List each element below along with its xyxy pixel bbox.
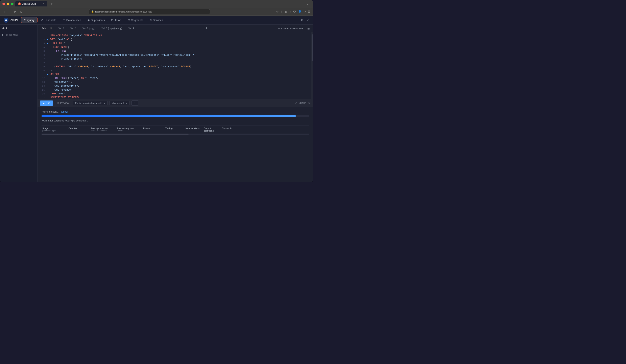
engine-chevron-icon: ⌄ [103,102,105,104]
close-results-button[interactable]: ✕ [308,101,311,105]
main-layout: druid ⌄ ▶ ⊞ ad_data Tab 1 ✕ [0,25,313,182]
add-query-tab-button[interactable]: + [204,25,209,31]
settings-button[interactable]: ⚙ [300,17,305,23]
tab-favicon: D [18,2,21,5]
home-button[interactable]: ⌂ [19,9,23,14]
results-table: Stage processorType Counter Rows process… [41,125,309,135]
download-icon[interactable]: ⬇ [281,10,283,13]
query-tab-3[interactable]: Tab 3 [67,26,79,31]
code-line-2: 2 ▶ WITH "ext" AS ( [38,38,313,41]
progress-bar-fill [41,115,296,117]
eye-icon: ◎ [57,102,59,105]
table-scrollbar-thumb[interactable] [41,134,189,135]
editor-area: Tab 1 ✕ Tab 2 Tab 3 Tab 3 (copy) Tab 3 (… [38,25,313,182]
address-bar[interactable]: 🔒 localhost:8888/unified-console.html#wo… [89,9,210,14]
more-options-button[interactable]: ••• [131,100,139,106]
sidebar-header: druid ⌄ [0,25,37,32]
preview-button[interactable]: ◎ Preview [55,100,71,106]
max-tasks-label: Max tasks: 2 [112,102,124,104]
nav-item-query[interactable]: ⬡ Query [21,17,38,23]
tab4-label: Tab 4 [128,27,134,30]
supervisors-nav-icon: ◉ [87,19,90,22]
code-line-9: 9 ) EXTEND ("date" VARCHAR, "ad_network"… [38,65,313,69]
lock-icon: 🔒 [91,10,94,13]
code-line-14: 14 "ads_impressions", [38,84,313,88]
share-icon[interactable]: ↗ [304,10,306,13]
nav-item-more[interactable]: ... [167,17,174,23]
editor-expand-button[interactable]: ⊡ [306,27,312,30]
back-button[interactable]: ‹ [2,9,6,14]
editor-scrollbar-track[interactable] [312,32,313,99]
code-editor[interactable]: 1 REPLACE INTO "ad_data" OVERWRITE ALL 2… [38,32,313,99]
query-tab-3-copy[interactable]: Tab 3 (copy) [79,26,98,31]
tab2-label: Tab 2 [58,27,64,30]
table-scrollbar[interactable] [41,134,309,135]
new-tab-button[interactable]: + [49,1,54,7]
th-phase: Phase [142,127,164,132]
nav-item-supervisors[interactable]: ◉ Supervisors [85,17,108,23]
tab3copycopy-label: Tab 3 (copy) (copy) [101,27,122,30]
reader-icon[interactable]: ≡ [290,10,291,13]
extensions-icon[interactable]: ⊞ [285,10,288,13]
help-button[interactable]: ? [306,17,310,23]
connect-external-label: Connect external data [281,27,303,30]
close-window-button[interactable] [2,3,5,5]
minimize-window-button[interactable] [7,3,9,5]
sidebar: druid ⌄ ▶ ⊞ ad_data [0,25,38,182]
connect-external-button[interactable]: ⧉ Connect external data [276,27,305,30]
nav-item-services[interactable]: ⊠ Services [147,17,166,23]
tab1-close-button[interactable]: ✕ [50,27,52,30]
status-text: Running query... [41,110,59,113]
load-data-nav-icon: ⊕ [41,19,43,22]
profile-icon[interactable]: 👤 [298,10,302,13]
th-rows-processed: Rows processed rows / (input files) [90,127,116,132]
browser-tab-druid[interactable]: D Apache Druid ✕ [15,1,47,6]
run-label: Run [46,102,50,105]
table-icon: ⊞ [6,33,8,36]
table-header-row: Stage processorType Counter Rows process… [41,125,309,133]
tabs-menu-button[interactable]: ⌄ [305,2,311,5]
nav-load-data-label: Load data [44,19,56,22]
nav-item-segments[interactable]: ⊞ Segments [125,17,146,23]
sidebar-title: druid [2,27,8,30]
code-line-1: 1 REPLACE INTO "ad_data" OVERWRITE ALL [38,34,313,38]
nav-services-label: Services [153,19,163,22]
nav-item-load-data[interactable]: ⊕ Load data [38,17,59,23]
services-nav-icon: ⊠ [150,19,152,22]
menu-icon[interactable]: ☰ [308,10,311,13]
nav-item-datasources[interactable]: ◫ Datasources [60,17,84,23]
th-stage: Stage processorType [41,127,68,132]
code-line-15: 15 "ads_revenue" [38,88,313,92]
app-logo: druid [3,17,18,23]
forward-button[interactable]: › [7,9,11,14]
nav-item-tasks[interactable]: ⊟ Tasks [108,17,124,23]
app-nav: druid ⬡ Query ⊕ Load data ◫ Datasources … [0,16,313,25]
nav-segments-label: Segments [131,19,143,22]
query-nav-icon: ⬡ [24,19,26,22]
connect-external-icon: ⧉ [278,27,280,30]
maximize-window-button[interactable] [11,3,13,5]
code-line-8: 8 ) [38,61,313,65]
tab3-label: Tab 3 [70,27,76,30]
query-tab-3-copy-copy[interactable]: Tab 3 (copy) (copy) [99,26,125,31]
browser-tab-label: Apache Druid [22,3,36,5]
bookmarks-icon[interactable]: ☆ [276,10,279,13]
app-content: druid ⬡ Query ⊕ Load data ◫ Datasources … [0,16,313,182]
nav-datasources-label: Datasources [66,19,81,22]
max-tasks-selector[interactable]: Max tasks: 2 ⌄ [110,101,129,105]
query-tab-1[interactable]: Tab 1 ✕ [39,26,55,31]
engine-selector[interactable]: Engine: auto (sql-msq-task) ⌄ [73,101,108,105]
run-button[interactable]: ▶ Run [40,100,53,106]
sidebar-item-ad-data[interactable]: ▶ ⊞ ad_data [0,32,37,37]
sidebar-expand-icon[interactable]: ⌄ [33,27,35,30]
query-tab-2[interactable]: Tab 2 [55,26,67,31]
query-tab-4[interactable]: Tab 4 [125,26,137,31]
editor-scrollbar-thumb[interactable] [312,34,313,61]
reload-button[interactable]: ↻ [12,9,17,14]
browser-tab-close-button[interactable]: ✕ [42,2,44,5]
cancel-button[interactable]: (cancel) [60,110,69,113]
browser-titlebar: D Apache Druid ✕ + ⌄ [0,0,313,8]
th-timing: Timing [164,127,185,132]
shield-icon[interactable]: 🛡 [293,10,296,13]
run-icon: ▶ [43,102,44,105]
